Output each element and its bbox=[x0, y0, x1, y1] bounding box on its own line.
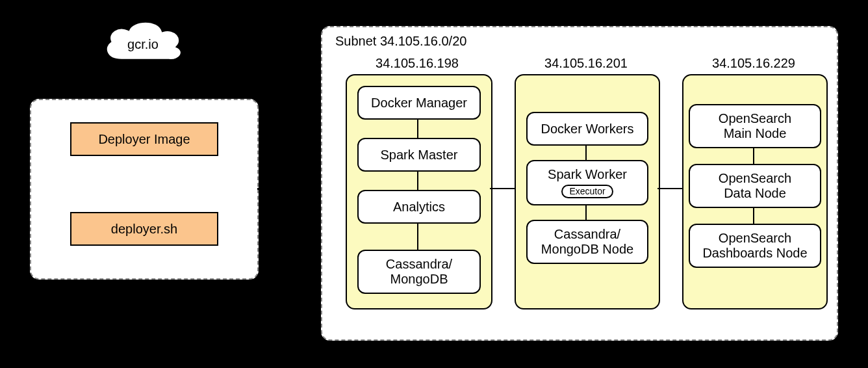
connector bbox=[417, 118, 418, 138]
service-label: OpenSearch Dashboards Node bbox=[702, 231, 807, 261]
node1-service-analytics: Analytics bbox=[357, 190, 481, 224]
service-label: Spark Master bbox=[381, 148, 458, 163]
service-label: Cassandra/ MongoDB bbox=[386, 257, 452, 287]
node1-service-spark-master: Spark Master bbox=[357, 138, 481, 172]
connector-node2-node3 bbox=[657, 188, 682, 189]
deployer-image-label: Deployer Image bbox=[98, 132, 190, 147]
node3-service-opensearch-main: OpenSearch Main Node bbox=[689, 104, 821, 148]
node2-service-spark-worker: Spark Worker Executor bbox=[526, 160, 648, 205]
service-label: Analytics bbox=[393, 200, 445, 215]
node1-service-docker-manager: Docker Manager bbox=[357, 86, 481, 120]
cloud-icon: gcr.io bbox=[99, 18, 187, 70]
connector bbox=[753, 147, 754, 164]
node1-service-cassandra-mongo: Cassandra/ MongoDB bbox=[357, 250, 481, 294]
service-label: Spark Worker bbox=[548, 167, 627, 182]
connector bbox=[417, 170, 418, 190]
connector bbox=[417, 222, 418, 250]
node2-service-docker-workers: Docker Workers bbox=[526, 112, 648, 146]
service-label: Cassandra/ MongoDB Node bbox=[541, 227, 633, 257]
node2-service-cassandra-mongo-node: Cassandra/ MongoDB Node bbox=[526, 220, 648, 264]
service-label: OpenSearch Data Node bbox=[719, 171, 791, 201]
node3-ip: 34.105.16.229 bbox=[682, 56, 825, 71]
connector-node1-node2 bbox=[490, 188, 515, 189]
connector bbox=[753, 207, 754, 224]
deployer-image-box: Deployer Image bbox=[70, 122, 218, 156]
deployer-script-box: deployer.sh bbox=[70, 212, 218, 246]
service-label: Docker Manager bbox=[371, 96, 467, 111]
node2-ip: 34.105.16.201 bbox=[515, 56, 657, 71]
node3-service-opensearch-dashboards: OpenSearch Dashboards Node bbox=[689, 224, 821, 268]
arrow-deployer-to-subnet bbox=[257, 182, 318, 195]
connector bbox=[585, 204, 587, 220]
node3-service-opensearch-data: OpenSearch Data Node bbox=[689, 164, 821, 208]
connector bbox=[585, 144, 587, 160]
node1-ip: 34.105.16.198 bbox=[346, 56, 489, 71]
executor-pill: Executor bbox=[561, 185, 613, 198]
service-label: Docker Workers bbox=[541, 122, 634, 137]
deployer-script-label: deployer.sh bbox=[111, 222, 177, 237]
cloud-label: gcr.io bbox=[127, 37, 159, 52]
service-label: OpenSearch Main Node bbox=[719, 111, 791, 141]
subnet-title: Subnet 34.105.16.0/20 bbox=[335, 34, 466, 49]
